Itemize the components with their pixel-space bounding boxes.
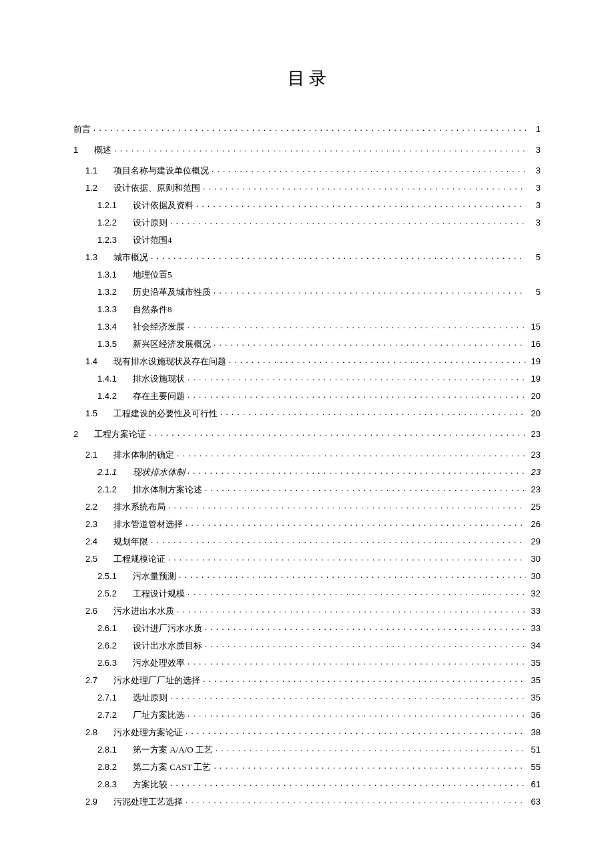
toc-entry: 2.5.2工程设计规模32 <box>97 588 541 598</box>
toc-entry-page: 23 <box>529 468 541 476</box>
toc-entry-page: 23 <box>529 430 541 438</box>
toc-entry-number: 2.1.2 <box>97 485 117 494</box>
toc-entry-text: 污水处理效率 <box>117 659 185 667</box>
toc-entry-text: 第一方案 A/A/O 工艺 <box>117 745 213 754</box>
toc-entry-number: 1.4.1 <box>97 374 117 383</box>
toc-entry-page: 1 <box>529 125 541 133</box>
toc-entry-page: 61 <box>529 780 541 789</box>
toc-entry-number: 2.6.2 <box>97 641 117 650</box>
toc-leader-dots <box>188 466 526 475</box>
toc-entry-number: 2.8.2 <box>97 763 117 771</box>
toc-entry-number: 1.3.3 <box>97 305 117 314</box>
toc-leader-dots <box>93 123 526 132</box>
toc-entry-number: 1.3 <box>85 253 97 262</box>
toc-entry-number: 2.5.1 <box>97 572 117 580</box>
toc-entry: 1.4.1排水设施现状19 <box>97 373 541 383</box>
toc-leader-dots <box>168 501 526 510</box>
toc-leader-dots <box>188 709 526 718</box>
toc-entry: 2.6.1设计进厂污水水质33 <box>97 622 541 632</box>
toc-entry-number: 2.8 <box>85 728 97 737</box>
toc-entry-page: 51 <box>529 745 541 754</box>
toc-leader-dots <box>216 744 526 753</box>
toc-leader-dots <box>188 390 526 399</box>
toc-leader-dots <box>229 356 526 364</box>
toc-entry-text: 污水处理厂厂址的选择 <box>97 676 200 685</box>
toc-entry: 1.3.1地理位置5 <box>97 269 541 279</box>
toc-entry: 2.7.1选址原则35 <box>97 692 541 702</box>
toc-entry-text: 工程建设的必要性及可行性 <box>97 409 218 418</box>
toc-entry-text: 方案比较 <box>117 780 168 789</box>
toc-entry-page: 29 <box>529 537 541 546</box>
toc-leader-dots <box>186 796 526 805</box>
toc-entry-number: 2.7.2 <box>97 711 117 719</box>
toc-entry: 2.9污泥处理工艺选择63 <box>85 796 541 806</box>
toc-leader-dots <box>188 588 526 596</box>
toc-entry-number: 2.5.2 <box>97 589 117 598</box>
toc-entry-page: 3 <box>529 201 541 209</box>
toc-entry-number: 2.7 <box>85 676 97 685</box>
toc-entry-number: 2.2 <box>85 502 97 511</box>
toc-leader-dots <box>220 408 526 416</box>
toc-entry: 2.1.1现状排水体制23 <box>97 466 541 476</box>
toc-entry: 1.3.5新兴区经济发展概况16 <box>97 338 541 348</box>
toc-entry-page: 5 <box>529 253 541 262</box>
toc-leader-dots <box>151 536 526 544</box>
toc-entry-number: 2.4 <box>85 537 97 546</box>
toc-entry: 2.8.3方案比较61 <box>97 779 541 789</box>
toc-leader-dots <box>188 373 526 382</box>
toc-entry-page: 19 <box>529 374 541 383</box>
toc-entry-text: 设计依据及资料 <box>117 201 194 209</box>
toc-title: 目 录 <box>73 67 541 90</box>
toc-entry: 1.4现有排水设施现状及存在问题19 <box>85 356 541 366</box>
toc-entry-page: 33 <box>529 606 541 615</box>
toc-leader-dots <box>205 484 526 492</box>
toc-leader-dots <box>170 779 526 787</box>
toc-entry-text: 规划年限 <box>97 537 148 546</box>
toc-leader-dots <box>196 199 526 208</box>
toc-entry-text: 设计出水水质目标 <box>117 641 202 650</box>
toc-entry-number: 2.6.3 <box>97 659 117 667</box>
toc-entry-page: 38 <box>529 728 541 737</box>
toc-leader-dots <box>203 182 526 191</box>
toc-entry-number: 2.1.1 <box>97 468 117 476</box>
toc-entry-text: 污水量预测 <box>117 572 176 580</box>
toc-entry: 前言1 <box>73 123 541 133</box>
toc-entry-text: 污水处理方案论证 <box>97 728 183 737</box>
toc-entry-number: 1.3.1 <box>97 270 117 279</box>
toc-entry: 2.8.1第一方案 A/A/O 工艺51 <box>97 744 541 754</box>
toc-entry-page: 36 <box>529 711 541 719</box>
toc-entry-text: 社会经济发展 <box>117 322 185 331</box>
toc-entry-number: 1.3.2 <box>97 288 117 296</box>
toc-entry: 1概述3 <box>73 144 541 154</box>
toc-entry: 2.6.2设计出水水质目标34 <box>97 640 541 650</box>
toc-entry-number: 1.5 <box>85 409 97 418</box>
toc-leader-dots <box>188 321 526 330</box>
toc-leader-dots <box>149 428 526 437</box>
toc-entry-text: 第二方案 CAST 工艺 <box>117 763 212 771</box>
toc-entry-number: 2.3 <box>85 520 97 528</box>
toc-entry: 2.7.2厂址方案比选36 <box>97 709 541 719</box>
toc-entry: 2.1.2排水体制方案论述23 <box>97 484 541 494</box>
toc-leader-dots <box>114 144 526 153</box>
toc-leader-dots <box>214 338 526 347</box>
toc-entry: 2.2排水系统布局25 <box>85 501 541 511</box>
toc-entry-page: 23 <box>529 450 541 459</box>
toc-entry-text: 设计进厂污水水质 <box>117 624 202 632</box>
toc-leader-dots <box>186 518 526 527</box>
toc-entry: 2.1排水体制的确定23 <box>85 449 541 459</box>
toc-entry: 2.3排水管道管材选择26 <box>85 518 541 528</box>
toc-leader-dots <box>170 692 526 701</box>
toc-entry-number: 2.5 <box>85 554 97 563</box>
toc-entry: 1.5工程建设的必要性及可行性20 <box>85 408 541 418</box>
toc-entry-number: 1.1 <box>85 166 97 175</box>
toc-leader-dots <box>186 727 526 735</box>
toc-leader-dots <box>170 217 526 226</box>
toc-entry-page: 34 <box>529 641 541 650</box>
toc-entry-text: 历史沿革及城市性质 <box>117 288 211 296</box>
toc-entry-number: 2.9 <box>85 797 97 806</box>
toc-entry-page: 3 <box>529 166 541 175</box>
toc-entry: 1.3.4社会经济发展15 <box>97 321 541 331</box>
toc-entry-number: 2.1 <box>85 450 97 459</box>
toc-entry: 1.2设计依据、原则和范围3 <box>85 182 541 192</box>
toc-entry-number: 2.6 <box>85 606 97 615</box>
